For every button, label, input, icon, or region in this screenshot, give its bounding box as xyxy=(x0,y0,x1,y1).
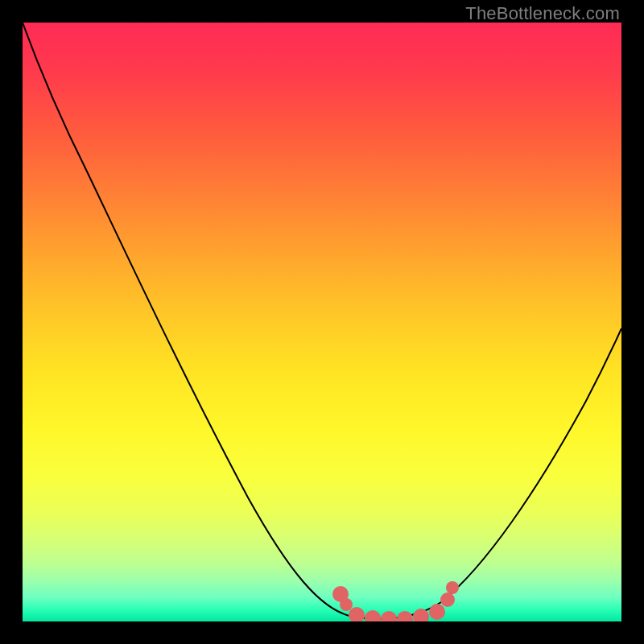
svg-point-1 xyxy=(340,598,353,611)
chart-gradient-background xyxy=(23,23,621,621)
chart-svg xyxy=(23,23,621,621)
watermark-text: TheBottleneck.com xyxy=(465,3,620,24)
svg-point-2 xyxy=(349,607,365,621)
svg-point-9 xyxy=(446,581,459,594)
svg-point-8 xyxy=(440,592,455,607)
svg-point-3 xyxy=(365,610,381,621)
marker-cluster xyxy=(332,581,459,621)
svg-point-5 xyxy=(397,611,413,621)
svg-point-4 xyxy=(381,611,397,621)
chart-frame: TheBottleneck.com xyxy=(0,0,644,644)
svg-point-7 xyxy=(429,604,445,620)
bottleneck-curve xyxy=(23,23,621,619)
